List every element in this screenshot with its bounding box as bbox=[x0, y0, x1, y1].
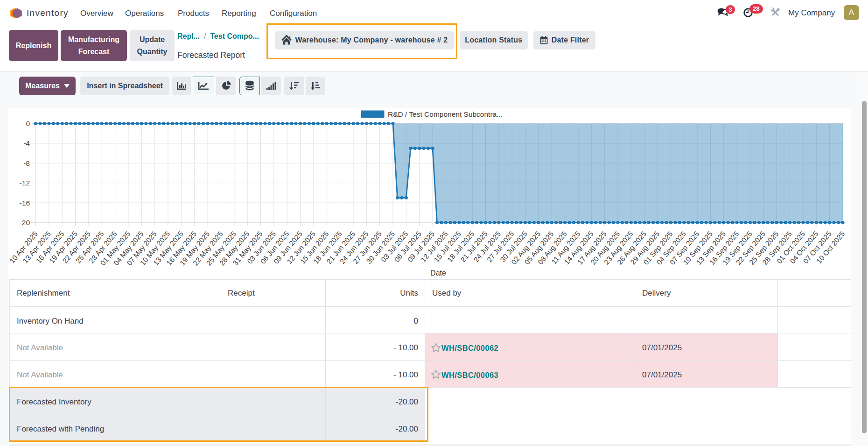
svg-text:0: 0 bbox=[26, 120, 30, 127]
svg-text:-16: -16 bbox=[20, 199, 30, 207]
svg-text:Date: Date bbox=[430, 269, 446, 277]
svg-text:-8: -8 bbox=[23, 159, 30, 167]
svg-text:-12: -12 bbox=[20, 179, 30, 187]
svg-text:-20: -20 bbox=[20, 219, 30, 227]
svg-text:-4: -4 bbox=[23, 139, 30, 147]
svg-text:R&D / Test Component Subcontra: R&D / Test Component Subcontra... bbox=[388, 110, 503, 118]
